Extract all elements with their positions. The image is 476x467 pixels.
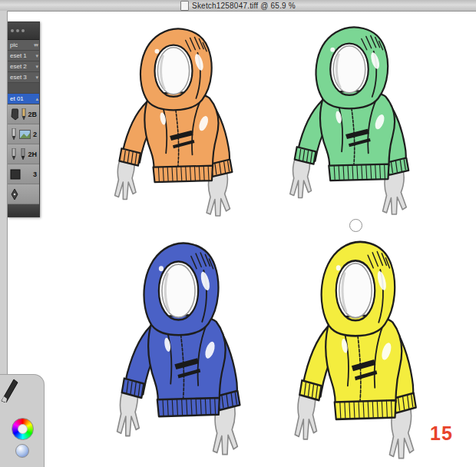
swatch-icon [10,169,21,180]
hoodie-orange [98,22,249,217]
palette-scroll-strip[interactable] [0,11,8,374]
brush-palette: pic ▾▾ eset 1 ▾ eset 2 ▾ eset 3 ▾ et 01 … [8,22,40,217]
app-window: Sketch1258047.tiff @ 65.9 % pic ▾▾ eset … [0,0,476,467]
pencil-icon [19,148,27,161]
color-wheel-hub [18,424,28,434]
brush-cursor [349,219,362,232]
brush-item-pen[interactable] [8,184,39,204]
chevron-down-icon: ▾ [35,64,38,70]
marker-icon [10,108,18,121]
brush-list: 2B 2 2H 3 [8,104,39,204]
chevron-down-icon: ▾ [35,53,38,59]
brush-item-2h[interactable]: 2H [8,144,39,164]
hoodie-blue [100,235,257,456]
palette-row-pic[interactable]: pic ▾▾ [8,40,39,51]
palette-control-dot [11,29,14,32]
palette-row-preset-3[interactable]: eset 3 ▾ [8,72,39,83]
palette-row-selected[interactable]: et 01 ▴ [8,94,39,104]
window-title: Sketch1258047.tiff @ 65.9 % [192,2,296,10]
brush-item-2[interactable]: 2 [8,124,39,144]
chevron-down-icon: ▾▾ [34,42,38,48]
pen-nib-icon [10,188,19,200]
palette-header[interactable] [8,22,39,40]
document-icon [180,1,189,11]
pen-icon[interactable] [0,376,20,402]
hoodie-green [273,20,425,216]
hoodie-yellow [278,234,433,460]
pencil-icon [10,128,18,141]
palette-row-preset-2[interactable]: eset 2 ▾ [8,61,39,72]
chevron-up-icon: ▴ [35,96,38,102]
brush-item-2b[interactable]: 2B [8,104,39,124]
chevron-down-icon: ▾ [35,75,38,81]
window-titlebar[interactable]: Sketch1258047.tiff @ 65.9 % [0,0,476,12]
pencil-icon [10,148,18,161]
sphere-icon[interactable] [15,444,29,458]
palette-footer [8,204,39,217]
image-swatch-icon [19,130,31,139]
palette-row-preset-1[interactable]: eset 1 ▾ [8,51,39,61]
color-wheel-icon[interactable] [12,418,34,440]
color-tool-panel [0,374,45,467]
brush-item-3[interactable]: 3 [8,164,39,184]
palette-control-dot [21,29,25,32]
palette-control-dot [16,29,19,32]
pencil-icon [20,108,26,121]
palette-row-spacer[interactable] [8,83,39,94]
page-number: 15 [430,422,453,445]
